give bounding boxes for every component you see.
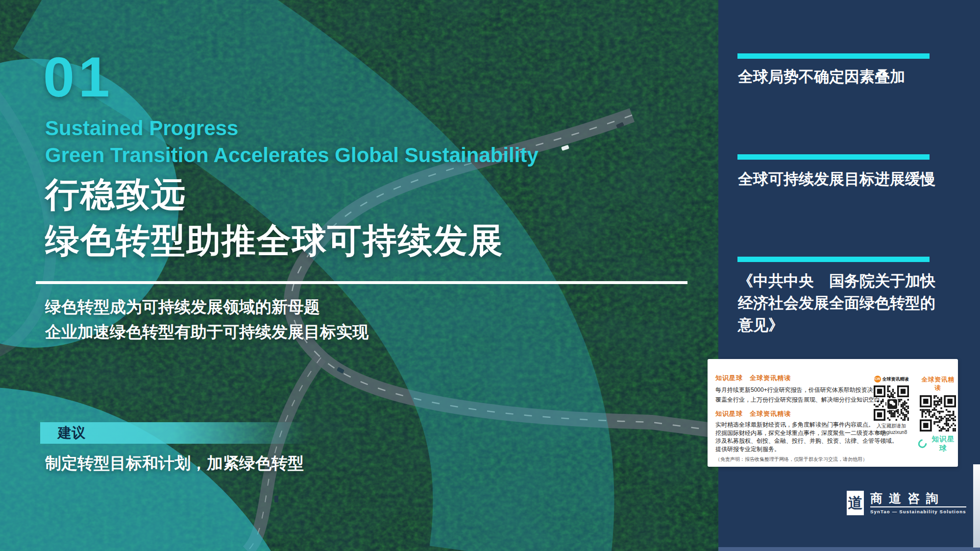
syntao-seal-icon: 道 — [847, 491, 864, 515]
company-tagline: SynTao — Sustainability Solutions — [870, 506, 966, 514]
promo-heading-1: 知识星球 全球资讯精读 — [715, 374, 870, 383]
accent-bar-1 — [737, 53, 930, 59]
title-chinese-line1: 行稳致远 — [45, 171, 504, 217]
syntao-logo: 道 商道咨詢 SynTao — Sustainability Solutions — [847, 491, 966, 515]
promo-card: 知识星球 全球资讯精读 每月持续更新5000+行业研究报告，价值研究体系帮助投资… — [708, 359, 958, 467]
policy-line1: 《中共中央 国务院关于加快 — [738, 270, 935, 292]
promo-block-2: 实时精选全球最新财经资讯，多角度解读热门事件内容观点。 挖掘国际财经内幕，探究全… — [715, 421, 870, 453]
title-english-line1: Sustained Progress — [45, 115, 539, 142]
zhishixingqiu-text: 知识星球 — [929, 434, 957, 453]
sidebar-item-policy-document: 《中共中央 国务院关于加快 经济社会发展全面绿色转型的 意见》 — [738, 270, 935, 336]
promo-line: 实时精选全球最新财经资讯，多角度解读热门事件内容观点。 — [715, 421, 870, 429]
sidebar-item-global-uncertainty: 全球局势不确定因素叠加 — [738, 66, 905, 88]
promo-heading-2: 知识星球 全球资讯精读 — [715, 409, 870, 418]
subtitle: 绿色转型成为可持续发展领域的新母题 企业加速绿色转型有助于可持续发展目标实现 — [45, 294, 368, 344]
right-edge-strip — [973, 464, 980, 548]
suggestion-text: 制定转型目标和计划，加紧绿色转型 — [45, 453, 304, 475]
policy-line2: 经济社会发展全面绿色转型的 — [738, 292, 935, 314]
sidebar-item-sdg-progress: 全球可持续发展目标进展缓慢 — [738, 168, 935, 190]
qr-left-header: CR 全球资讯精读 — [872, 376, 910, 383]
subtitle-line2: 企业加速绿色转型有助于可持续发展目标实现 — [45, 319, 368, 344]
promo-line: 提供研报专业定制服务。 — [715, 445, 870, 454]
title-english-line2: Green Transition Accelerates Global Sust… — [45, 142, 539, 168]
syntao-logo-text: 商道咨詢 SynTao — Sustainability Solutions — [870, 492, 966, 515]
wechat-icon — [886, 398, 898, 410]
zhishixingqiu-icon — [916, 438, 929, 450]
qr-code-wechat — [874, 385, 909, 421]
cr-logo-text: 全球资讯精读 — [882, 376, 909, 383]
seal-glyph: 道 — [848, 493, 863, 513]
title-english: Sustained Progress Green Transition Acce… — [45, 115, 539, 168]
panel-bottom-strip — [718, 547, 980, 551]
qr-code-zsxq — [920, 395, 956, 431]
promo-card-text: 知识星球 全球资讯精读 每月持续更新5000+行业研究报告，价值研究体系帮助投资… — [715, 374, 870, 453]
qr-column-right: 全球资讯精读 知识星球 — [918, 376, 957, 453]
accent-bar-2 — [737, 154, 930, 160]
promo-line: 挖掘国际财经内幕，探究全球重点事件，深度聚焦一二级资本市场。 — [715, 429, 870, 437]
section-number: 01 — [43, 49, 114, 105]
title-chinese-line2: 绿色转型助推全球可持续发展 — [45, 217, 504, 264]
suggestion-label: 建议 — [40, 422, 307, 444]
suggestion-banner: 建议 — [40, 422, 307, 444]
qr-column-left: CR 全球资讯精读 入宝藏群请加 quanqiuzixun8 — [872, 376, 910, 435]
zhishixingqiu-logo: 知识星球 — [918, 434, 957, 453]
title-chinese: 行稳致远 绿色转型助推全球可持续发展 — [45, 171, 504, 264]
sidebar-panel: 全球局势不确定因素叠加 全球可持续发展目标进展缓慢 《中共中央 国务院关于加快 … — [718, 0, 980, 551]
qr-caption-line2: quanqiuzixun8 — [872, 429, 910, 435]
qr-left-caption: 入宝藏群请加 quanqiuzixun8 — [872, 423, 910, 435]
promo-line: 每月持续更新5000+行业研究报告，价值研究体系帮助投资决策。 — [715, 385, 870, 395]
promo-line: 涉及私募股权、创投、金融、投行、并购、投资、法律、企管等领域。 — [715, 437, 870, 445]
qr-right-header: 全球资讯精读 — [918, 376, 957, 392]
cr-logo-badge: CR — [874, 376, 881, 383]
policy-line3: 意见》 — [738, 314, 935, 336]
presentation-slide: 01 Sustained Progress Green Transition A… — [0, 0, 980, 551]
promo-block-1: 每月持续更新5000+行业研究报告，价值研究体系帮助投资决策。 覆盖全行业，上万… — [715, 385, 870, 405]
promo-line: 覆盖全行业，上万份行业研究报告展现、解决细分行业知识空白。 — [715, 395, 870, 405]
divider-rule — [36, 281, 687, 284]
subtitle-line1: 绿色转型成为可持续发展领域的新母题 — [45, 294, 368, 319]
accent-bar-3 — [737, 257, 930, 262]
promo-disclaimer: （免责声明：报告收集整理于网络，仅限于群友学习交流，请勿他用） — [715, 456, 867, 463]
qr-pixels — [920, 395, 956, 431]
qr-caption-line1: 入宝藏群请加 — [872, 423, 910, 429]
company-name-zh: 商道咨詢 — [870, 492, 966, 505]
